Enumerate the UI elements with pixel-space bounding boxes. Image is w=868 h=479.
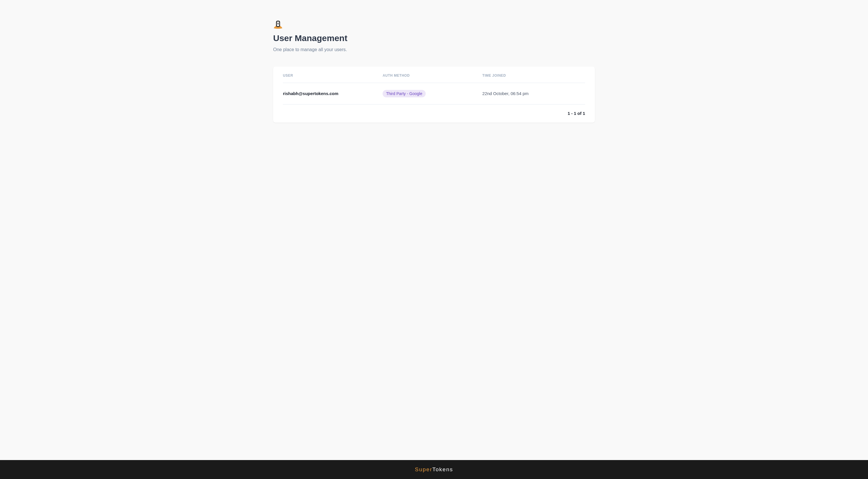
auth-method-badge: Third Party - Google <box>382 90 426 97</box>
main-content: User Management One place to manage all … <box>262 0 606 460</box>
users-table: USER AUTH METHOD TIME JOINED rishabh@sup… <box>283 73 585 116</box>
auth-method-cell: Third Party - Google <box>382 90 482 97</box>
table-header: USER AUTH METHOD TIME JOINED <box>283 73 585 83</box>
footer-logo: SuperTokens <box>0 466 868 473</box>
table-row[interactable]: rishabh@supertokens.com Third Party - Go… <box>283 83 585 104</box>
footer-logo-part1: Super <box>415 466 433 472</box>
header-section: User Management One place to manage all … <box>273 20 595 52</box>
supertokens-logo-icon <box>273 20 283 29</box>
column-header-user: USER <box>283 73 382 77</box>
svg-rect-3 <box>278 24 278 25</box>
user-cell: rishabh@supertokens.com <box>283 91 382 96</box>
page-subtitle: One place to manage all your users. <box>273 47 595 52</box>
time-joined-cell: 22nd October, 06:54 pm <box>482 91 585 96</box>
user-email: rishabh@supertokens.com <box>283 91 338 96</box>
pagination: 1 - 1 of 1 <box>283 104 585 116</box>
column-header-time-joined: TIME JOINED <box>482 73 585 77</box>
footer-logo-part2: Tokens <box>432 466 453 472</box>
footer: SuperTokens <box>0 460 868 479</box>
users-card: USER AUTH METHOD TIME JOINED rishabh@sup… <box>273 67 595 123</box>
column-header-auth-method: AUTH METHOD <box>382 73 482 77</box>
pagination-text: 1 - 1 of 1 <box>567 111 585 116</box>
time-joined-value: 22nd October, 06:54 pm <box>482 91 528 96</box>
page-title: User Management <box>273 33 595 43</box>
